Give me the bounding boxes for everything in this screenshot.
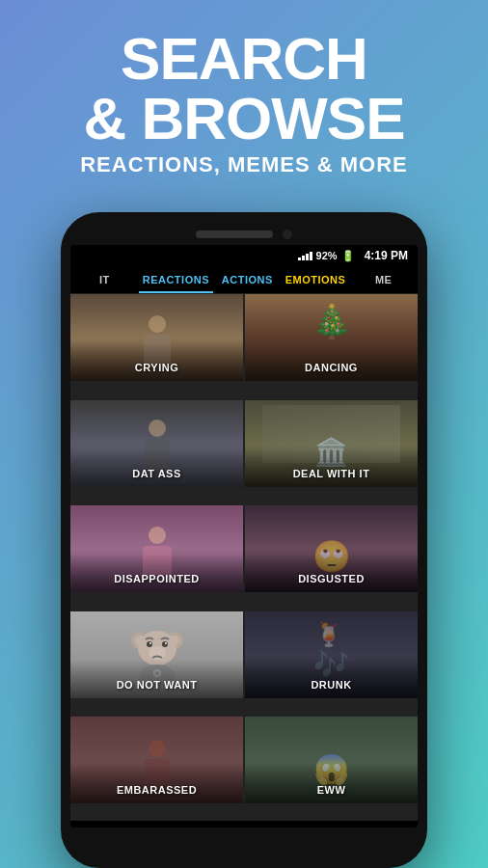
battery-icon: 🔋 <box>341 250 355 262</box>
svg-point-5 <box>147 641 152 647</box>
signal-icon <box>298 252 312 260</box>
phone-speaker <box>196 231 273 238</box>
grid-item-deal-with-it[interactable]: 🏛️ DEAL WITH IT <box>245 400 418 487</box>
tab-emotions[interactable]: EMOTIONS <box>282 266 350 293</box>
svg-point-8 <box>165 642 167 644</box>
grid-item-eww[interactable]: 😱 EWW <box>245 717 418 803</box>
disgusted-label: DISGUSTED <box>245 573 418 584</box>
status-time: 4:19 PM <box>365 249 408 262</box>
tab-it[interactable]: IT <box>70 266 139 293</box>
grid-item-disgusted[interactable]: 🙄 DISGUSTED <box>245 505 418 592</box>
grid-item-do-not-want[interactable]: DO NOT WANT <box>70 611 243 698</box>
do-not-want-label: DO NOT WANT <box>70 679 243 691</box>
svg-point-7 <box>149 642 151 644</box>
deal-with-it-label: DEAL WITH IT <box>245 468 418 479</box>
embarrassed-label: EMBARASSED <box>70 784 243 796</box>
phone-camera <box>283 230 292 239</box>
svg-point-12 <box>155 671 159 675</box>
grid-item-embarrassed[interactable]: EMBARASSED <box>70 717 243 803</box>
phone-mockup: 92% 🔋 4:19 PM IT REACTIONS ACTIONS EMOTI… <box>61 212 427 868</box>
phone-notch <box>70 230 418 239</box>
crying-figure <box>144 315 171 364</box>
grid-item-drunk[interactable]: 🎶 🍹 DRUNK <box>245 611 418 698</box>
embarrassed-figure <box>145 740 170 786</box>
battery-level: 92% <box>316 250 338 261</box>
disappointed-figure <box>143 527 172 575</box>
grid-item-dancing[interactable]: 🎄 DANCING <box>245 294 418 381</box>
header-line1: SEARCH & BROWSE <box>19 29 469 149</box>
phone-screen: 92% 🔋 4:19 PM IT REACTIONS ACTIONS EMOTI… <box>70 245 418 827</box>
crying-label: CRYING <box>70 362 243 373</box>
grid-item-disappointed[interactable]: DISAPPOINTED <box>70 505 243 592</box>
tab-me[interactable]: ME <box>349 266 418 293</box>
drunk-label: DRUNK <box>245 679 418 691</box>
tab-actions[interactable]: ACTIONS <box>213 266 282 293</box>
svg-point-9 <box>149 646 166 660</box>
dat-ass-label: DAT ASS <box>70 468 243 479</box>
dancing-label: DANCING <box>245 362 418 373</box>
tab-reactions[interactable]: REACTIONS <box>139 266 213 293</box>
phone-body: 92% 🔋 4:19 PM IT REACTIONS ACTIONS EMOTI… <box>61 212 427 868</box>
nav-tabs: IT REACTIONS ACTIONS EMOTIONS ME <box>70 266 418 294</box>
grid-item-dat-ass[interactable]: DAT ASS <box>70 400 243 487</box>
header-subtitle: REACTIONS, MEMES & MORE <box>19 152 469 177</box>
disappointed-label: DISAPPOINTED <box>70 573 243 584</box>
dat-ass-figure <box>145 420 170 470</box>
meme-grid: CRYING 🎄 DANCING <box>70 294 418 821</box>
grid-item-crying[interactable]: CRYING <box>70 294 243 381</box>
status-bar: 92% 🔋 4:19 PM <box>70 245 418 266</box>
app-header: SEARCH & BROWSE REACTIONS, MEMES & MORE <box>0 19 488 187</box>
eww-label: EWW <box>245 784 418 796</box>
svg-point-6 <box>162 641 168 647</box>
svg-point-11 <box>153 669 161 677</box>
